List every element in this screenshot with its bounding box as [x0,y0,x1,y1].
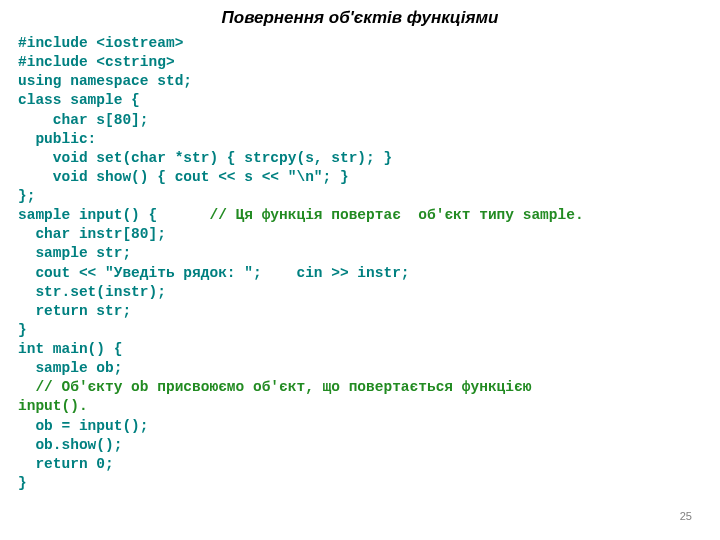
slide-number: 25 [680,510,692,522]
code-segment: // Об'єкту ob присвоюємо об'єкт, що пове… [35,379,531,395]
code-segment: str.set(instr); [18,284,166,300]
code-line: cout << "Уведіть рядок: "; cin >> instr; [18,264,720,283]
code-segment: using namespace std; [18,73,192,89]
code-segment: }; [18,188,35,204]
code-line: using namespace std; [18,72,720,91]
code-line: public: [18,130,720,149]
code-segment: int main() { [18,341,122,357]
code-segment: ob = input(); [18,418,149,434]
code-segment [18,379,35,395]
slide-title: Повернення об'єктів функціями [0,8,720,28]
code-segment: ob.show(); [18,437,122,453]
code-line: sample str; [18,244,720,263]
code-line: char instr[80]; [18,225,720,244]
code-line: sample input() { // Ця функція повертає … [18,206,720,225]
code-segment: return 0; [18,456,114,472]
code-line: sample ob; [18,359,720,378]
code-line: // Об'єкту ob присвоюємо об'єкт, що пове… [18,378,720,397]
code-line: return str; [18,302,720,321]
code-segment: #include <iostream> [18,35,183,51]
code-segment: sample input() { [18,207,209,223]
code-segment: } [18,475,27,491]
code-line: class sample { [18,91,720,110]
code-segment: #include <cstring> [18,54,175,70]
code-line: #include <iostream> [18,34,720,53]
code-line: } [18,474,720,493]
code-line: void set(char *str) { strcpy(s, str); } [18,149,720,168]
code-segment: char s[80]; [18,112,149,128]
code-segment: void set(char *str) { strcpy(s, str); } [18,150,392,166]
code-segment: sample str; [18,245,131,261]
code-segment: input(). [18,398,88,414]
code-line: ob = input(); [18,417,720,436]
code-segment: public: [18,131,96,147]
code-segment: cout << "Уведіть рядок: "; cin >> instr; [18,265,410,281]
code-line: char s[80]; [18,111,720,130]
code-segment: sample ob; [18,360,122,376]
code-segment: // Ця функція повертає об'єкт типу sampl… [209,207,583,223]
code-line: void show() { cout << s << "\n"; } [18,168,720,187]
code-line: #include <cstring> [18,53,720,72]
code-line: }; [18,187,720,206]
code-segment: void show() { cout << s << "\n"; } [18,169,349,185]
code-line: ob.show(); [18,436,720,455]
code-block: #include <iostream>#include <cstring>usi… [0,34,720,493]
code-line: int main() { [18,340,720,359]
code-segment: } [18,322,27,338]
code-line: } [18,321,720,340]
code-segment: return str; [18,303,131,319]
code-segment: char instr[80]; [18,226,166,242]
code-line: return 0; [18,455,720,474]
code-line: input(). [18,397,720,416]
code-segment: class sample { [18,92,140,108]
code-line: str.set(instr); [18,283,720,302]
